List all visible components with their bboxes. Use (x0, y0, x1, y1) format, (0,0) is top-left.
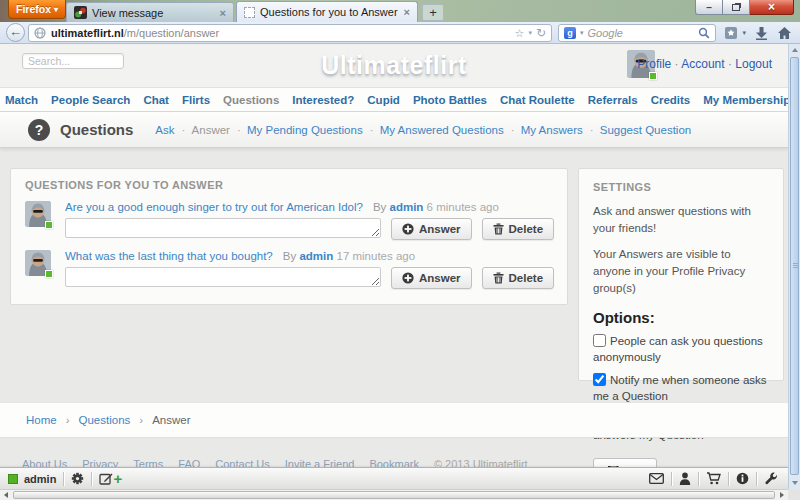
subnav-my-answers[interactable]: My Answers (504, 124, 583, 136)
vertical-scrollbar[interactable] (788, 44, 800, 489)
site-header: Ultimateflirt ProfileAccountLogout (0, 44, 788, 88)
vertical-scrollbar-thumb[interactable] (790, 57, 799, 475)
logout-link[interactable]: Logout (725, 57, 772, 71)
delete-button[interactable]: Delete (482, 267, 555, 289)
subnav-ask[interactable]: Ask (155, 124, 174, 136)
question-link[interactable]: What was the last thing that you bought? (65, 250, 273, 262)
back-button[interactable]: ← (6, 23, 25, 42)
browser-titlebar: Firefox ▾ View message × Questions for y… (0, 0, 800, 22)
user-icon[interactable] (679, 472, 691, 485)
subnav-my-answered-questions[interactable]: My Answered Questions (363, 124, 504, 136)
browser-search-bar[interactable]: g ▾ Google (558, 24, 716, 42)
nav-chat[interactable]: Chat (143, 94, 169, 106)
option-label: People can ask you questions anonymously (593, 335, 763, 363)
scroll-down-arrow[interactable] (789, 477, 800, 489)
breadcrumb-answer: Answer (130, 414, 190, 426)
close-icon[interactable]: × (220, 8, 226, 18)
nav-interested[interactable]: Interested? (292, 94, 354, 106)
cart-icon[interactable] (706, 472, 721, 485)
chevron-down-icon[interactable]: ▾ (580, 29, 584, 37)
question-link[interactable]: Are you a good enough singer to try out … (65, 201, 363, 213)
wrench-icon[interactable] (764, 472, 778, 486)
horizontal-scrollbar[interactable] (0, 489, 788, 500)
reload-icon[interactable]: ↻ (536, 26, 546, 40)
tab-title: Questions for you to Answer (260, 6, 399, 18)
close-icon[interactable]: × (404, 7, 410, 17)
scroll-left-arrow[interactable] (0, 490, 12, 500)
chevron-down-icon[interactable]: ▾ (528, 29, 532, 37)
window-controls: – × (695, 0, 794, 15)
answer-input[interactable] (65, 218, 381, 238)
delete-button-label: Delete (509, 223, 544, 235)
tab-title: View message (92, 7, 215, 19)
profile-link[interactable]: Profile (637, 57, 671, 71)
question-time: 17 minutes ago (336, 250, 415, 262)
option-notify-asks[interactable]: Notify me when someone asks me a Questio… (593, 373, 769, 404)
nav-people-search[interactable]: People Search (51, 94, 130, 106)
maximize-button[interactable] (723, 0, 750, 15)
add-chat-icon[interactable]: + (113, 473, 122, 485)
downloads-button[interactable] (755, 26, 768, 40)
settings-title: SETTINGS (593, 181, 769, 193)
online-status-square (8, 474, 18, 484)
gear-icon[interactable] (71, 472, 84, 485)
account-link[interactable]: Account (671, 57, 724, 71)
divider (756, 472, 757, 486)
nav-flirts[interactable]: Flirts (182, 94, 210, 106)
questions-subheader: ? Questions AskAnswerMy Pending Question… (0, 112, 788, 148)
compose-icon[interactable] (99, 472, 113, 485)
nav-chat-roulette[interactable]: Chat Roulette (500, 94, 575, 106)
nav-referrals[interactable]: Referrals (588, 94, 638, 106)
url-bar[interactable]: ultimateflirt.nl/m/question/answer ☆ ▾ ↻ (28, 24, 552, 42)
firefox-menu-button[interactable]: Firefox ▾ (8, 0, 66, 19)
anonymous-checkbox[interactable] (593, 334, 606, 347)
asker-avatar[interactable] (25, 250, 51, 276)
nav-photo-battles[interactable]: Photo Battles (413, 94, 487, 106)
subnav-answer[interactable]: Answer (175, 124, 230, 136)
nav-questions[interactable]: Questions (223, 94, 279, 106)
close-window-button[interactable]: × (750, 0, 794, 15)
subnav-my-pending-questions[interactable]: My Pending Questions (230, 124, 363, 136)
breadcrumb-questions[interactable]: Questions (57, 414, 131, 426)
user-links: ProfileAccountLogout (637, 57, 772, 71)
answer-input[interactable] (65, 267, 381, 287)
url-path: /m/question/answer (124, 27, 219, 39)
home-icon[interactable] (777, 26, 792, 40)
bookmarks-panel-button[interactable] (724, 26, 739, 40)
chevron-down-icon[interactable]: ▾ (742, 29, 746, 37)
scroll-up-arrow[interactable] (789, 44, 800, 56)
settings-card: SETTINGS Ask and answer questions with y… (578, 168, 784, 381)
search-icon[interactable] (698, 27, 710, 39)
new-tab-button[interactable]: + (422, 4, 444, 21)
horizontal-scrollbar-thumb[interactable] (13, 491, 775, 499)
notify-asks-checkbox[interactable] (593, 373, 606, 386)
author-link[interactable]: admin (390, 201, 424, 213)
tab-view-message[interactable]: View message × (66, 2, 234, 22)
bookmark-star-icon[interactable]: ☆ (515, 27, 525, 40)
delete-button-label: Delete (509, 272, 544, 284)
option-anonymous[interactable]: People can ask you questions anonymously (593, 334, 769, 365)
nav-credits[interactable]: Credits (651, 94, 691, 106)
question-mark-icon: ? (28, 119, 50, 141)
breadcrumb-home[interactable]: Home (26, 414, 57, 426)
nav-my-membership[interactable]: My Membership (703, 94, 788, 106)
url-domain: ultimateflirt.nl (51, 27, 124, 39)
answer-button[interactable]: Answer (391, 218, 472, 240)
online-status-dot (45, 221, 53, 229)
divider (698, 472, 699, 486)
scroll-right-arrow[interactable] (776, 490, 788, 500)
tab-questions-for-you[interactable]: Questions for you to Answer × (236, 1, 418, 22)
plus-circle-icon (402, 272, 414, 284)
nav-cupid[interactable]: Cupid (367, 94, 400, 106)
info-icon[interactable] (736, 472, 749, 485)
minimize-button[interactable]: – (695, 0, 723, 15)
mail-icon[interactable] (649, 473, 664, 484)
subnav-suggest-question[interactable]: Suggest Question (583, 124, 691, 136)
author-link[interactable]: admin (299, 250, 333, 262)
nav-match[interactable]: Match (5, 94, 38, 106)
page-title: Questions (60, 121, 133, 138)
question-time: 6 minutes ago (427, 201, 499, 213)
asker-avatar[interactable] (25, 201, 51, 227)
answer-button[interactable]: Answer (391, 267, 472, 289)
delete-button[interactable]: Delete (482, 218, 555, 240)
